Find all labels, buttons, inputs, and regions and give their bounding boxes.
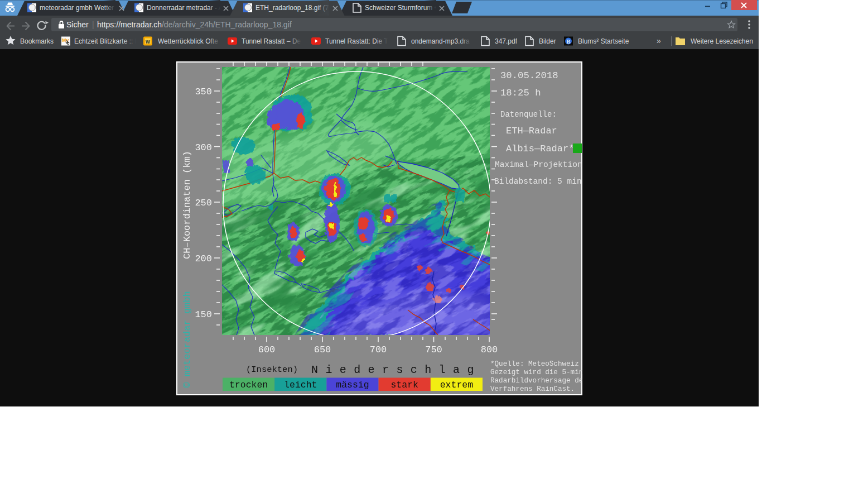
svg-text:mässig: mässig [336, 380, 369, 390]
svg-text:Albis—Radar*: Albis—Radar* [506, 143, 574, 154]
svg-text:Niederschlag: Niederschlag [311, 363, 481, 376]
svg-text:Verfahrens RainCast.: Verfahrens RainCast. [490, 385, 575, 393]
svg-text:w: w [145, 39, 150, 45]
svg-text:650: 650 [314, 345, 331, 355]
svg-text:18:25 h: 18:25 h [500, 88, 541, 98]
svg-text:(Insekten): (Insekten) [246, 365, 298, 375]
svg-text:Maximal—Projektion: Maximal—Projektion [495, 160, 582, 169]
svg-text:*Quelle: MeteoSchweiz: *Quelle: MeteoSchweiz [490, 360, 579, 368]
svg-text:Gezeigt wird die 5-min.: Gezeigt wird die 5-min. [490, 369, 582, 376]
svg-text:Datenquelle:: Datenquelle: [500, 110, 557, 119]
svg-text:700: 700 [370, 345, 387, 355]
svg-text:800: 800 [481, 345, 498, 355]
svg-text:»: » [657, 36, 661, 45]
svg-text:stark: stark [390, 380, 418, 390]
svg-text:extrem: extrem [440, 380, 474, 390]
svg-text:B: B [567, 39, 571, 45]
svg-text:CH–Koordinaten (km): CH–Koordinaten (km) [182, 151, 192, 259]
svg-text:leicht: leicht [284, 380, 317, 390]
svg-text:© meteoradar gmbh: © meteoradar gmbh [182, 291, 192, 387]
svg-text:Radarbildvorhersage des: Radarbildvorhersage des [490, 377, 582, 385]
svg-text:600: 600 [258, 345, 276, 355]
svg-text:ETH—Radar: ETH—Radar [506, 126, 557, 136]
svg-text:200: 200 [195, 253, 212, 264]
svg-text:300: 300 [195, 142, 212, 153]
svg-text:trocken: trocken [229, 380, 268, 390]
svg-text:150: 150 [195, 309, 212, 320]
svg-text:Bildabstand: 5 min: Bildabstand: 5 min [494, 177, 582, 186]
svg-text:750: 750 [425, 345, 442, 355]
svg-text:350: 350 [195, 87, 212, 97]
svg-text:250: 250 [195, 198, 212, 208]
svg-text:30.05.2018: 30.05.2018 [500, 70, 558, 81]
